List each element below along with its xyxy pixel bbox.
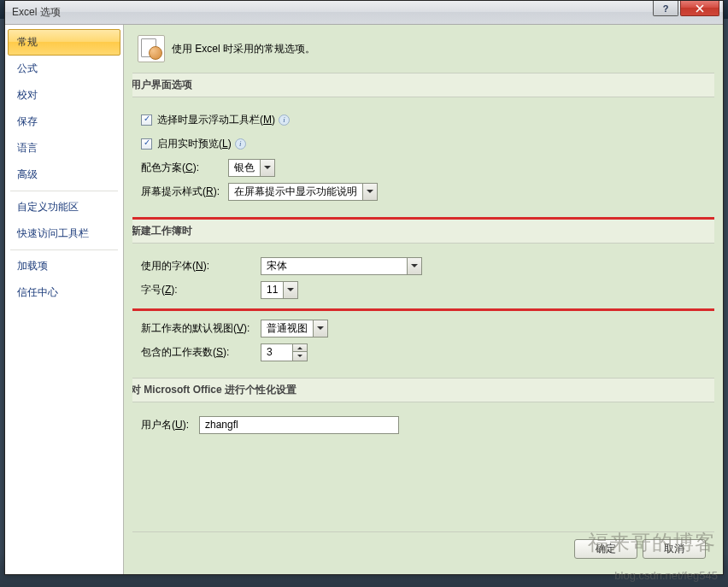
intro-text: 使用 Excel 时采用的常规选项。 — [172, 42, 315, 56]
category-sidebar: 常规 公式 校对 保存 语言 高级 自定义功能区 快速访问工具栏 加载项 信任中… — [5, 25, 124, 574]
section-new-workbook: 新建工作簿时 — [132, 220, 714, 244]
nav-general[interactable]: 常规 — [8, 29, 120, 56]
sheet-count-spinner[interactable]: 3 — [261, 343, 308, 361]
dialog-footer: 确定 取消 — [132, 531, 714, 566]
mini-toolbar-checkbox[interactable] — [141, 114, 152, 126]
spin-up-icon[interactable] — [293, 344, 307, 353]
username-label: 用户名(U): — [141, 418, 199, 432]
cancel-button[interactable]: 取消 — [643, 539, 706, 559]
font-label: 使用的字体(N): — [141, 259, 261, 273]
excel-options-dialog: Excel 选项 常规 公式 校对 保存 语言 高级 自定义功能区 快速访问工具… — [4, 0, 724, 575]
default-view-label: 新工作表的默认视图(V): — [141, 321, 261, 336]
nav-trust-center[interactable]: 信任中心 — [5, 279, 123, 306]
font-size-select[interactable]: 11 — [261, 281, 298, 299]
section-ui-options: 用户界面选项 — [132, 73, 714, 97]
content-pane: 使用 Excel 时采用的常规选项。 用户界面选项 选择时显示浮动工具栏(M) … — [124, 25, 723, 574]
default-view-select[interactable]: 普通视图 — [261, 320, 328, 338]
help-button[interactable] — [653, 1, 678, 16]
chevron-down-icon — [283, 282, 297, 298]
username-input[interactable]: zhangfl — [199, 416, 399, 434]
spin-down-icon[interactable] — [293, 352, 307, 360]
nav-separator — [10, 249, 118, 250]
chevron-down-icon — [313, 320, 327, 337]
info-icon[interactable]: i — [279, 114, 290, 126]
chevron-down-icon — [407, 258, 421, 274]
color-scheme-select[interactable]: 银色 — [228, 159, 275, 177]
mini-toolbar-label: 选择时显示浮动工具栏(M) — [157, 113, 275, 127]
info-icon[interactable]: i — [235, 138, 246, 150]
options-icon — [138, 35, 165, 62]
nav-qat[interactable]: 快速访问工具栏 — [5, 220, 123, 247]
screentip-select[interactable]: 在屏幕提示中显示功能说明 — [228, 183, 378, 201]
intro-row: 使用 Excel 时采用的常规选项。 — [138, 35, 714, 62]
font-size-label: 字号(Z): — [141, 283, 261, 297]
screentip-label: 屏幕提示样式(R): — [141, 185, 228, 199]
section-personalize: 对 Microsoft Office 进行个性化设置 — [132, 378, 714, 402]
live-preview-label: 启用实时预览(L) — [157, 137, 232, 151]
chevron-down-icon — [260, 160, 274, 176]
nav-separator — [10, 191, 118, 191]
nav-save[interactable]: 保存 — [5, 109, 123, 135]
sheet-count-label: 包含的工作表数(S): — [141, 345, 261, 360]
nav-language[interactable]: 语言 — [5, 135, 123, 161]
ok-button[interactable]: 确定 — [574, 539, 637, 559]
highlighted-section: 新建工作簿时 使用的字体(N): 宋体 字号(Z): 11 — [132, 217, 714, 311]
nav-customize-ribbon[interactable]: 自定义功能区 — [5, 194, 123, 220]
titlebar: Excel 选项 — [5, 1, 723, 25]
nav-addins[interactable]: 加载项 — [5, 253, 123, 279]
nav-formulas[interactable]: 公式 — [5, 56, 123, 82]
chevron-down-icon — [362, 184, 377, 200]
window-title: Excel 选项 — [12, 5, 61, 20]
font-select[interactable]: 宋体 — [261, 257, 422, 275]
close-button[interactable] — [680, 1, 719, 16]
color-scheme-label: 配色方案(C): — [141, 161, 228, 175]
nav-advanced[interactable]: 高级 — [5, 161, 123, 188]
live-preview-checkbox[interactable] — [141, 138, 152, 150]
nav-proofing[interactable]: 校对 — [5, 82, 123, 109]
